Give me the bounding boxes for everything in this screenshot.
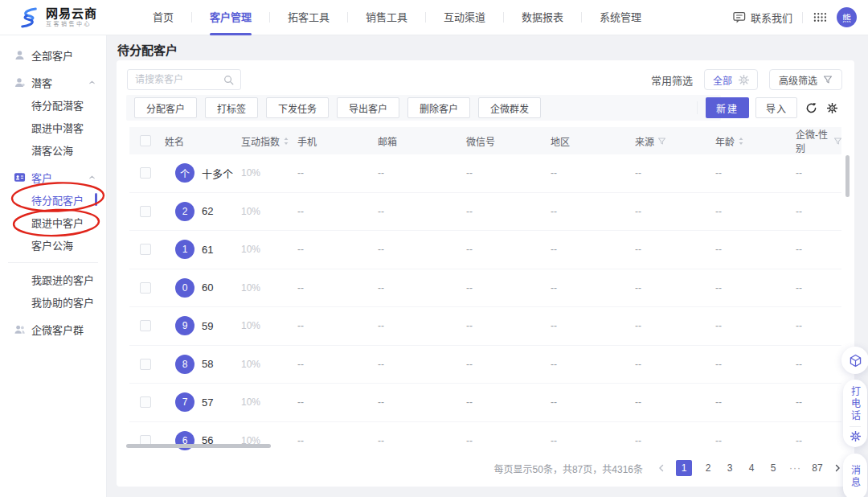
batch-action-button-5[interactable]: 删除客户	[407, 97, 470, 118]
column-header-phone[interactable]: 手机	[294, 134, 375, 148]
sidebar-item-5[interactable]: 客户	[0, 166, 106, 188]
customer-name-cell[interactable]: 262	[162, 202, 238, 221]
row-checkbox[interactable]	[140, 282, 151, 294]
refresh-icon[interactable]	[804, 101, 818, 115]
sidebar-item-11[interactable]: 我协助的客户	[0, 290, 106, 313]
phone-cell: --	[294, 244, 375, 255]
prospect-icon	[14, 76, 26, 88]
customer-name-cell[interactable]: 个十多个	[162, 163, 238, 183]
apps-grid-icon[interactable]	[813, 10, 827, 25]
next-page-icon[interactable]	[833, 464, 841, 472]
customer-name-cell[interactable]: 060	[162, 278, 238, 298]
chevron-up-icon	[88, 79, 96, 86]
page-number-87[interactable]: 87	[812, 462, 823, 474]
sidebar-item-8[interactable]: 客户公海	[0, 233, 106, 256]
contact-us-button[interactable]: 联系我们	[733, 10, 792, 25]
column-header-gender[interactable]: 企微-性别	[792, 127, 842, 154]
select-all-checkbox[interactable]	[140, 135, 151, 146]
page-number-3[interactable]: 3	[724, 462, 735, 474]
nav-item-3[interactable]: 拓客工具	[270, 0, 347, 35]
horizontal-scrollbar[interactable]	[126, 444, 271, 448]
sidebar-item-7[interactable]: 跟进中客户	[0, 211, 106, 233]
nav-item-1[interactable]: 首页	[135, 0, 191, 35]
sidebar-item-4[interactable]: 潜客公海	[0, 138, 106, 161]
row-checkbox[interactable]	[140, 359, 151, 370]
age-cell: --	[712, 244, 792, 255]
column-header-name[interactable]: 姓名	[162, 134, 238, 148]
widget-cube-button[interactable]	[841, 347, 868, 374]
row-checkbox[interactable]	[140, 244, 151, 255]
nav-item-label: 拓客工具	[288, 11, 330, 23]
vertical-scrollbar[interactable]	[845, 155, 850, 197]
sidebar-item-label: 我跟进的客户	[31, 272, 94, 287]
table-row[interactable]: 75710%--------------	[129, 384, 841, 422]
page-number-4[interactable]: 4	[746, 462, 757, 474]
customer-name-cell[interactable]: 161	[162, 240, 238, 259]
common-filter-select[interactable]: 全部	[704, 69, 758, 90]
customer-name-cell[interactable]: 757	[162, 392, 238, 412]
row-checkbox[interactable]	[140, 206, 151, 217]
sidebar-item-3[interactable]: 跟进中潜客	[0, 116, 106, 138]
table-row[interactable]: 个十多个10%--------------	[129, 154, 841, 193]
create-button[interactable]: 新建	[706, 97, 749, 118]
sort-icon[interactable]	[738, 137, 744, 146]
sidebar-item-2[interactable]: 待分配潜客	[0, 93, 106, 116]
sidebar-item-12[interactable]: 企微客户群	[0, 318, 106, 340]
column-header-source[interactable]: 来源	[632, 134, 712, 148]
table-row[interactable]: 95910%--------------	[129, 307, 841, 346]
gender-cell: --	[792, 396, 841, 408]
table-row[interactable]: 06010%--------------	[129, 269, 841, 308]
page-number-5[interactable]: 5	[768, 462, 779, 474]
call-widget-button[interactable]: 打电话	[843, 380, 867, 447]
table-row[interactable]: 16110%--------------	[129, 231, 841, 269]
table-row[interactable]: 26210%--------------	[129, 193, 841, 232]
sort-icon[interactable]	[283, 137, 289, 146]
wechat-cell: --	[463, 359, 547, 370]
column-header-age[interactable]: 年龄	[712, 134, 792, 148]
message-widget-button[interactable]: 消息	[843, 454, 867, 497]
batch-action-button-4[interactable]: 导出客户	[337, 97, 399, 118]
user-avatar[interactable]: 熊	[837, 7, 857, 27]
batch-actions-strip: 分配客户打标签下发任务导出客户删除客户企微群发	[126, 95, 721, 121]
nav-item-2[interactable]: 客户管理	[192, 0, 269, 35]
table-settings-gear-icon[interactable]	[825, 101, 839, 115]
search-input[interactable]	[128, 74, 223, 85]
call-settings-gear-icon[interactable]	[850, 431, 861, 442]
batch-action-button-2[interactable]: 打标签	[205, 97, 258, 118]
page-number-2[interactable]: 2	[702, 462, 714, 474]
prev-page-icon[interactable]	[657, 464, 665, 472]
column-label: 邮箱	[378, 134, 397, 148]
row-checkbox[interactable]	[140, 167, 151, 179]
sidebar-item-1[interactable]: 潜客	[0, 71, 106, 93]
sidebar-item-10[interactable]: 我跟进的客户	[0, 268, 106, 290]
email-cell: --	[375, 435, 463, 446]
batch-action-button-6[interactable]: 企微群发	[478, 97, 541, 118]
column-filter-icon[interactable]	[833, 137, 842, 146]
customer-name-cell[interactable]: 858	[162, 355, 238, 374]
row-checkbox-cell	[129, 396, 162, 408]
nav-item-7[interactable]: 系统管理	[582, 0, 659, 35]
sidebar-item-6[interactable]: 待分配客户	[0, 188, 106, 211]
row-checkbox[interactable]	[140, 320, 151, 331]
column-header-wechat[interactable]: 微信号	[463, 134, 547, 148]
batch-action-button-1[interactable]: 分配客户	[134, 97, 197, 118]
pagination-summary: 每页显示50条，共87页，共4316条	[494, 462, 643, 475]
import-button[interactable]: 导入	[755, 97, 797, 118]
nav-item-4[interactable]: 销售工具	[348, 0, 425, 35]
row-checkbox[interactable]	[140, 396, 151, 408]
table-row[interactable]: 85810%--------------	[129, 346, 841, 384]
source-cell: --	[632, 244, 712, 255]
column-header-email[interactable]: 邮箱	[375, 134, 463, 148]
nav-item-6[interactable]: 数据报表	[504, 0, 581, 35]
sidebar-item-0[interactable]: 全部客户	[0, 43, 106, 66]
nav-item-5[interactable]: 互动渠道	[426, 0, 503, 35]
batch-action-button-3[interactable]: 下发任务	[266, 97, 329, 118]
advanced-filter-button[interactable]: 高级筛选	[769, 69, 842, 90]
brand-logo[interactable]: 网易云商 互客销售中心	[0, 6, 135, 29]
page-number-1[interactable]: 1	[676, 460, 692, 476]
column-header-region[interactable]: 地区	[547, 134, 632, 148]
email-cell: --	[375, 359, 463, 370]
customer-name-cell[interactable]: 959	[162, 316, 238, 335]
column-header-engagement[interactable]: 互动指数	[238, 134, 294, 148]
column-filter-icon[interactable]	[657, 137, 666, 146]
